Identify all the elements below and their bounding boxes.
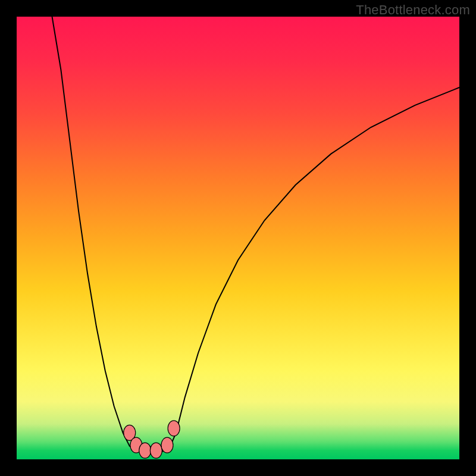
valley-marker bbox=[150, 443, 162, 458]
chart-svg bbox=[17, 17, 459, 459]
right-curve bbox=[170, 87, 459, 448]
valley-marker bbox=[161, 437, 173, 453]
valley-markers-group bbox=[124, 421, 180, 458]
left-curve bbox=[52, 17, 136, 450]
valley-marker bbox=[139, 443, 151, 458]
watermark-text: TheBottleneck.com bbox=[356, 2, 470, 18]
plot-frame bbox=[17, 17, 459, 459]
valley-marker bbox=[168, 421, 180, 436]
